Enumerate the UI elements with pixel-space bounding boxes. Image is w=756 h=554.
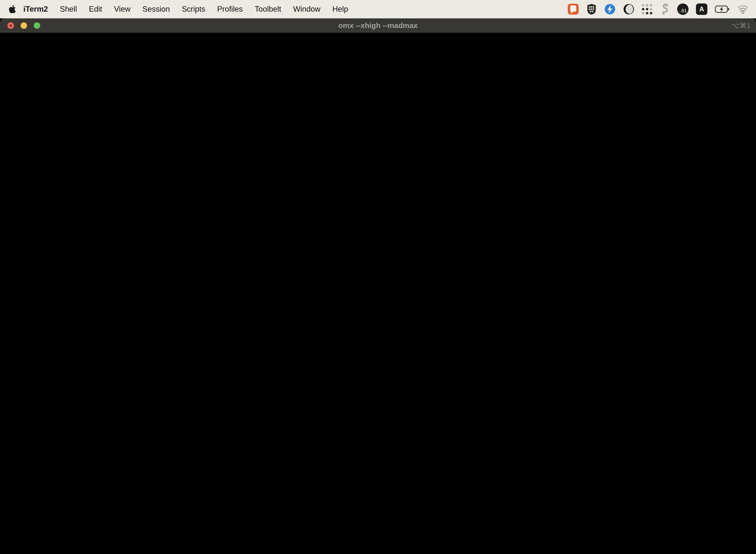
minimize-button[interactable]	[20, 22, 27, 29]
blue-bolt-badge-icon[interactable]	[604, 3, 616, 15]
battery-icon[interactable]	[715, 5, 730, 13]
traffic-lights	[7, 22, 40, 29]
count-badge-icon[interactable]: ..61	[677, 3, 689, 15]
menu-bar-status-icons: ..61A	[567, 3, 756, 15]
chat-icon[interactable]	[567, 3, 579, 15]
letter-a-badge-icon[interactable]: A	[696, 3, 707, 15]
menu-items: iTerm2ShellEditViewSessionScriptsProfile…	[16, 5, 354, 14]
window-title: omx --xhigh --madmax	[338, 21, 418, 30]
menu-item-toolbelt[interactable]: Toolbelt	[249, 5, 287, 14]
menu-item-edit[interactable]: Edit	[83, 5, 108, 14]
menu-item-profiles[interactable]: Profiles	[211, 5, 249, 14]
window-shortcut-badge: ⌥⌘1	[731, 21, 751, 30]
squiggle-icon[interactable]	[660, 3, 670, 15]
menu-bar: iTerm2ShellEditViewSessionScriptsProfile…	[0, 0, 756, 18]
iterm-window: omx --xhigh --madmax ⌥⌘1	[0, 18, 756, 554]
close-button[interactable]	[7, 22, 14, 29]
zoom-button[interactable]	[34, 22, 40, 29]
menu-item-window[interactable]: Window	[287, 5, 326, 14]
pie-chart-icon[interactable]	[623, 3, 634, 15]
menu-item-shell[interactable]: Shell	[54, 5, 83, 14]
menu-item-session[interactable]: Session	[136, 5, 176, 14]
menu-item-iterm2[interactable]: iTerm2	[16, 5, 54, 14]
wifi-icon[interactable]	[737, 4, 749, 14]
apple-icon[interactable]	[8, 5, 16, 14]
shield-keypad-icon[interactable]	[586, 3, 597, 15]
menu-item-view[interactable]: View	[108, 5, 137, 14]
menu-item-scripts[interactable]: Scripts	[176, 5, 211, 14]
dots-grid-icon[interactable]	[642, 4, 652, 14]
menu-item-help[interactable]: Help	[326, 5, 354, 14]
title-bar[interactable]: omx --xhigh --madmax ⌥⌘1	[0, 18, 756, 33]
